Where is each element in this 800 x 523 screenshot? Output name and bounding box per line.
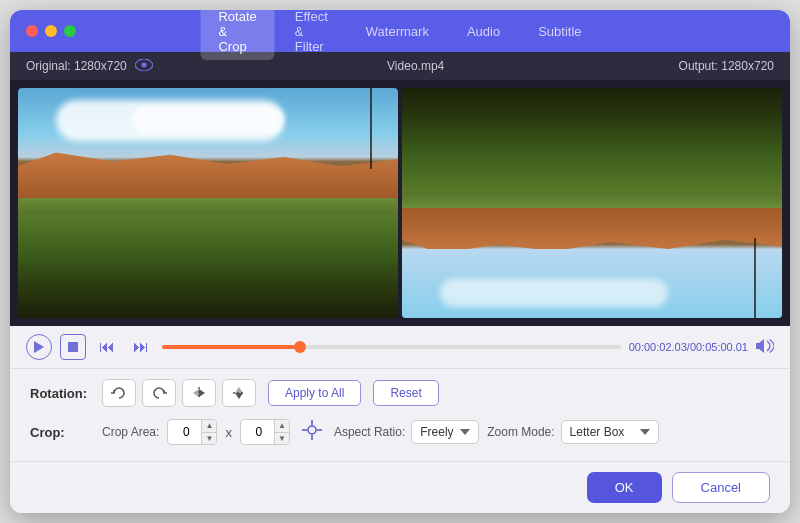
progress-bar[interactable]: [162, 345, 621, 349]
crop-y-down[interactable]: ▼: [274, 433, 289, 445]
svg-marker-6: [235, 393, 243, 399]
rotation-label: Rotation:: [30, 386, 90, 401]
crop-area-label: Crop Area:: [102, 425, 159, 439]
flip-vertical-button[interactable]: [222, 379, 256, 407]
close-button[interactable]: [26, 25, 38, 37]
titlebar: Rotate & Crop Effect & Filter Watermark …: [10, 10, 790, 52]
footer: OK Cancel: [10, 461, 790, 513]
reset-button[interactable]: Reset: [373, 380, 438, 406]
settings-area: Rotation:: [10, 368, 790, 461]
apply-to-all-button[interactable]: Apply to All: [268, 380, 361, 406]
time-display: 00:00:02.03/00:05:00.01: [629, 341, 748, 353]
minimize-button[interactable]: [45, 25, 57, 37]
eye-icon[interactable]: [135, 58, 153, 74]
preview-output: [402, 88, 782, 318]
crop-y-up[interactable]: ▲: [274, 420, 289, 433]
zoom-mode-select[interactable]: Letter Box Pan & Scan Full: [561, 420, 659, 444]
progress-fill: [162, 345, 300, 349]
svg-rect-2: [68, 342, 78, 352]
cancel-button[interactable]: Cancel: [672, 472, 770, 503]
tab-watermark[interactable]: Watermark: [348, 18, 447, 45]
stop-button[interactable]: [60, 334, 86, 360]
crop-controls: Crop Area: ▲ ▼ x ▲ ▼: [102, 419, 659, 445]
svg-point-0: [141, 63, 146, 68]
tab-audio[interactable]: Audio: [449, 18, 518, 45]
crop-x-stepper: ▲ ▼: [201, 420, 216, 444]
step-back-button[interactable]: ⏮: [94, 334, 120, 360]
crop-y-input-wrap: ▲ ▼: [240, 419, 290, 445]
crop-label: Crop:: [30, 425, 90, 440]
crop-row: Crop: Crop Area: ▲ ▼ x ▲ ▼: [30, 419, 770, 445]
progress-thumb[interactable]: [294, 341, 306, 353]
time-current: 00:00:02.03: [629, 341, 687, 353]
aspect-ratio-label: Aspect Ratio:: [334, 425, 405, 439]
tab-subtitle[interactable]: Subtitle: [520, 18, 599, 45]
preview-area: [10, 80, 790, 326]
rotate-cw-button[interactable]: [142, 379, 176, 407]
step-forward-button[interactable]: ⏭: [128, 334, 154, 360]
content-area: Original: 1280x720 Video.mp4 Output: 128…: [10, 52, 790, 326]
original-resolution: Original: 1280x720: [26, 59, 127, 73]
crop-x-separator: x: [225, 425, 232, 440]
maximize-button[interactable]: [64, 25, 76, 37]
crop-x-down[interactable]: ▼: [201, 433, 216, 445]
tab-rotate-crop[interactable]: Rotate & Crop: [200, 10, 274, 60]
output-resolution: Output: 1280x720: [679, 59, 774, 73]
controls-bar: ⏮ ⏭ 00:00:02.03/00:05:00.01: [10, 326, 790, 368]
crop-x-up[interactable]: ▲: [201, 420, 216, 433]
preview-original: [18, 88, 398, 318]
main-window: Rotate & Crop Effect & Filter Watermark …: [10, 10, 790, 513]
video-filename: Video.mp4: [387, 59, 444, 73]
zoom-mode-label: Zoom Mode:: [487, 425, 554, 439]
crosshair-icon[interactable]: [302, 420, 322, 445]
traffic-lights: [26, 25, 76, 37]
zoom-mode-wrap: Zoom Mode: Letter Box Pan & Scan Full: [487, 420, 658, 444]
rotate-ccw-button[interactable]: [102, 379, 136, 407]
time-total: 00:05:00.01: [690, 341, 748, 353]
flip-horizontal-button[interactable]: [182, 379, 216, 407]
rotation-buttons: [102, 379, 256, 407]
crop-x-input-wrap: ▲ ▼: [167, 419, 217, 445]
ok-button[interactable]: OK: [587, 472, 662, 503]
tab-effect-filter[interactable]: Effect & Filter: [277, 10, 346, 60]
svg-marker-5: [235, 387, 243, 393]
svg-marker-3: [193, 389, 199, 397]
tab-bar: Rotate & Crop Effect & Filter Watermark …: [200, 10, 599, 60]
play-button[interactable]: [26, 334, 52, 360]
rotation-row: Rotation:: [30, 379, 770, 407]
svg-marker-1: [34, 341, 44, 353]
volume-icon[interactable]: [756, 339, 774, 356]
aspect-ratio-wrap: Aspect Ratio: Freely 16:9 4:3 1:1: [334, 420, 479, 444]
aspect-ratio-select[interactable]: Freely 16:9 4:3 1:1: [411, 420, 479, 444]
svg-point-7: [308, 426, 316, 434]
crop-y-stepper: ▲ ▼: [274, 420, 289, 444]
svg-marker-4: [199, 389, 205, 397]
video-info-left: Original: 1280x720: [26, 58, 153, 74]
